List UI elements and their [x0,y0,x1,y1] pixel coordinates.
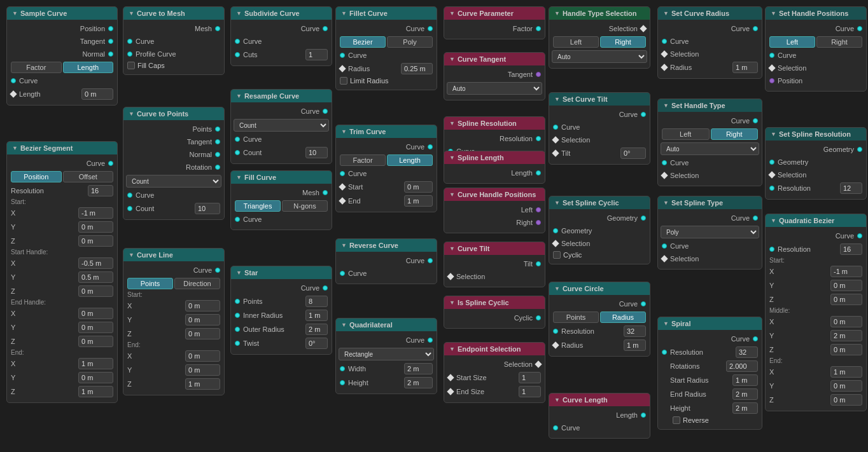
node-curve-handle-positions: ▼ Curve Handle Positions Left Right [444,188,545,233]
node-star: ▼ Star Curve Points Inner Radius [230,266,332,355]
left-btn[interactable]: Left [553,36,599,48]
node-set-curve-radius: ▼ Set Curve Radius Curve Curve Selection… [657,6,762,79]
normal-output-socket [108,51,113,57]
fill-caps-checkbox[interactable] [127,62,135,69]
length-input[interactable] [81,88,113,100]
node-bezier-segment: ▼ Bezier Segment Curve Position Offset R… [6,141,118,403]
tangent-output-socket [108,39,113,44]
node-curve-line: ▼ Curve Line Curve Points Direction Star… [123,248,225,395]
node-set-handle-type: ▼ Set Handle Type Curve Left Right Auto … [657,99,762,186]
node-fill-curve: ▼ Fill Curve Mesh Triangles N-gons Curve [230,170,332,230]
node-set-spline-cyclic: ▼ Set Spline Cyclic Geometry Geometry Se… [549,196,650,264]
length-btn[interactable]: Length [387,154,433,166]
direction-btn[interactable]: Direction [174,278,220,289]
mode-select[interactable]: Count [126,175,221,188]
node-set-spline-resolution: ▼ Set Spline Resolution Geometry Geometr… [765,127,867,200]
node-editor: ▼ Sample Curve Position Tangent Normal F… [0,0,868,452]
node-subdivide-curve: ▼ Subdivide Curve Curve Curve Cuts [230,6,332,66]
node-curve-circle: ▼ Curve Circle Curve Points Radius Resol… [549,282,650,357]
node-curve-to-points: ▼ Curve to Points Points Tangent Normal … [123,107,225,220]
node-curve-to-mesh: ▼ Curve to Mesh Mesh Curve Profile Curve… [123,6,225,75]
node-set-spline-type: ▼ Set Spline Type Curve Poly Curve Selec… [657,196,762,270]
points-btn[interactable]: Points [127,278,173,289]
node-is-spline-cyclic: ▼ Is Spline Cyclic Cyclic [444,296,545,329]
left-btn[interactable]: Left [769,36,815,48]
node-quadratic-bezier: ▼ Quadratic Bezier Curve Resolution Star… [765,214,867,411]
node-spline-length: ▼ Spline Length Length [444,151,545,184]
left-btn[interactable]: Left [662,128,710,140]
factor-btn[interactable]: Factor [11,62,62,73]
node-resample-curve: ▼ Resample Curve Curve Count Curve Count [230,89,332,164]
poly-btn[interactable]: Poly [387,36,433,48]
node-curve-tilt: ▼ Curve Tilt Tilt Selection [444,242,545,287]
node-curve-parameter: ▼ Curve Parameter Factor [444,6,545,39]
bezier-segment-title: Bezier Segment [20,144,73,152]
node-curve-length: ▼ Curve Length Length Curve [549,393,650,439]
node-endpoint-selection: ▼ Endpoint Selection Selection Start Siz… [444,342,545,403]
length-input-socket [10,90,17,97]
node-reverse-curve: ▼ Reverse Curve Curve Curve [335,238,437,284]
resolution-input[interactable] [88,185,113,196]
position-btn[interactable]: Position [11,171,62,182]
right-btn[interactable]: Right [816,36,862,48]
length-btn[interactable]: Length [63,62,114,73]
bezier-btn[interactable]: Bezier [340,36,386,48]
factor-btn[interactable]: Factor [340,154,386,166]
node-sample-curve: ▼ Sample Curve Position Tangent Normal F… [6,6,118,106]
node-handle-type-selection: ▼ Handle Type Selection Selection Left R… [549,6,650,69]
ngons-btn[interactable]: N-gons [282,200,328,212]
node-fillet-curve: ▼ Fillet Curve Curve Bezier Poly Curve R… [335,6,437,90]
node-curve-tangent: ▼ Curve Tangent Tangent Auto [444,52,545,100]
sample-curve-header: ▼ Sample Curve [7,7,117,20]
triangles-btn[interactable]: Triangles [235,200,281,212]
curve-input-socket [11,78,16,83]
node-quadrilateral: ▼ Quadrilateral Curve Rectangle Width He… [335,318,437,394]
position-output-socket [108,26,113,31]
right-btn[interactable]: Right [711,128,759,140]
right-btn[interactable]: Right [600,36,646,48]
radius-btn[interactable]: Radius [600,312,646,323]
node-set-handle-positions: ▼ Set Handle Positions Curve Left Right … [765,6,867,92]
points-btn[interactable]: Points [553,312,599,323]
sample-curve-title: Sample Curve [20,10,67,17]
node-set-curve-tilt: ▼ Set Curve Tilt Curve Curve Selection T… [549,92,650,165]
node-trim-curve: ▼ Trim Curve Curve Factor Length Curve S… [335,125,437,212]
node-spiral: ▼ Spiral Curve Resolution Rotations Star… [657,317,762,430]
offset-btn[interactable]: Offset [63,171,114,182]
resample-mode-select[interactable]: Count [234,119,329,132]
